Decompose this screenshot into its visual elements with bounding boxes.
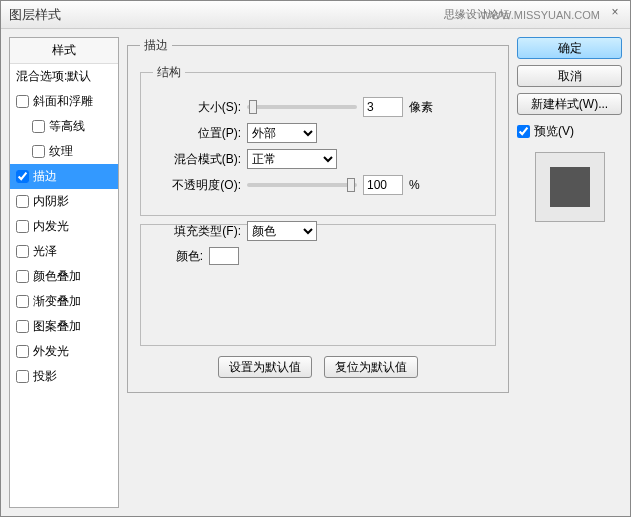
sidebar-item-label: 斜面和浮雕 [33,93,93,110]
style-checkbox[interactable] [16,195,29,208]
watermark-url: WWW.MISSYUAN.COM [480,9,600,21]
sidebar-item[interactable]: 投影 [10,364,118,389]
size-slider[interactable] [247,105,357,109]
sidebar-item[interactable]: 内阴影 [10,189,118,214]
sidebar-item[interactable]: 纹理 [10,139,118,164]
sidebar-item-label: 颜色叠加 [33,268,81,285]
position-select[interactable]: 外部 [247,123,317,143]
sidebar-item[interactable]: 斜面和浮雕 [10,89,118,114]
structure-group: 结构 大小(S): 像素 位置(P): 外部 混合模式(B): [140,64,496,216]
sidebar-item-label: 投影 [33,368,57,385]
sidebar-item[interactable]: 描边 [10,164,118,189]
sidebar-item-label: 光泽 [33,243,57,260]
sidebar-item[interactable]: 等高线 [10,114,118,139]
styles-sidebar: 样式 混合选项:默认 斜面和浮雕等高线纹理描边内阴影内发光光泽颜色叠加渐变叠加图… [9,37,119,508]
main-area: 描边 结构 大小(S): 像素 位置(P): 外部 [127,37,622,508]
style-checkbox[interactable] [16,220,29,233]
stroke-fieldset: 描边 结构 大小(S): 像素 位置(P): 外部 [127,37,509,393]
opacity-label: 不透明度(O): [153,177,241,194]
fill-label: 填充类型(F): [153,223,241,240]
sidebar-blend-label: 混合选项:默认 [16,68,91,85]
sidebar-item[interactable]: 图案叠加 [10,314,118,339]
style-checkbox[interactable] [16,345,29,358]
style-checkbox[interactable] [16,95,29,108]
preview-row: 预览(V) [517,121,622,142]
right-column: 确定 取消 新建样式(W)... 预览(V) [517,37,622,508]
color-row: 颜色: [153,247,483,265]
set-default-button[interactable]: 设置为默认值 [218,356,312,378]
size-label: 大小(S): [153,99,241,116]
preview-swatch [550,167,590,207]
size-input[interactable] [363,97,403,117]
size-unit: 像素 [409,99,433,116]
titlebar: 图层样式 思缘设计论坛 WWW.MISSYUAN.COM × [1,1,630,29]
sidebar-item-label: 内发光 [33,218,69,235]
position-label: 位置(P): [153,125,241,142]
sidebar-blend-options[interactable]: 混合选项:默认 [10,64,118,89]
sidebar-item[interactable]: 颜色叠加 [10,264,118,289]
window-title: 图层样式 [9,6,61,24]
opacity-input[interactable] [363,175,403,195]
opacity-unit: % [409,178,420,192]
style-checkbox[interactable] [16,170,29,183]
blend-select[interactable]: 正常 [247,149,337,169]
sidebar-item[interactable]: 外发光 [10,339,118,364]
preview-label: 预览(V) [534,123,574,140]
blend-row: 混合模式(B): 正常 [153,149,483,169]
slider-thumb-icon[interactable] [249,100,257,114]
reset-default-button[interactable]: 复位为默认值 [324,356,418,378]
layer-style-dialog: 图层样式 思缘设计论坛 WWW.MISSYUAN.COM × 样式 混合选项:默… [0,0,631,517]
settings-panel: 描边 结构 大小(S): 像素 位置(P): 外部 [127,37,509,508]
sidebar-item-label: 纹理 [49,143,73,160]
fill-select[interactable]: 颜色 [247,221,317,241]
sidebar-item[interactable]: 渐变叠加 [10,289,118,314]
preview-box [535,152,605,222]
close-icon[interactable]: × [606,5,624,21]
sidebar-item-label: 外发光 [33,343,69,360]
ok-button[interactable]: 确定 [517,37,622,59]
style-checkbox[interactable] [16,270,29,283]
size-row: 大小(S): 像素 [153,97,483,117]
new-style-button[interactable]: 新建样式(W)... [517,93,622,115]
sidebar-item-label: 内阴影 [33,193,69,210]
blend-label: 混合模式(B): [153,151,241,168]
style-checkbox[interactable] [16,245,29,258]
sidebar-item-label: 图案叠加 [33,318,81,335]
style-checkbox[interactable] [16,370,29,383]
dialog-body: 样式 混合选项:默认 斜面和浮雕等高线纹理描边内阴影内发光光泽颜色叠加渐变叠加图… [1,29,630,516]
button-row: 设置为默认值 复位为默认值 [140,356,496,378]
color-swatch[interactable] [209,247,239,265]
cancel-button[interactable]: 取消 [517,65,622,87]
sidebar-heading: 样式 [10,38,118,64]
fill-group: 填充类型(F): 颜色 颜色: [140,224,496,346]
sidebar-item[interactable]: 内发光 [10,214,118,239]
style-checkbox[interactable] [32,145,45,158]
sidebar-item-label: 描边 [33,168,57,185]
position-row: 位置(P): 外部 [153,123,483,143]
preview-checkbox[interactable] [517,125,530,138]
sidebar-item[interactable]: 光泽 [10,239,118,264]
style-checkbox[interactable] [16,320,29,333]
panel-title: 描边 [140,37,172,54]
slider-thumb-icon[interactable] [347,178,355,192]
opacity-row: 不透明度(O): % [153,175,483,195]
sidebar-item-label: 渐变叠加 [33,293,81,310]
structure-legend: 结构 [153,64,185,81]
color-label: 颜色: [153,248,203,265]
opacity-slider[interactable] [247,183,357,187]
style-checkbox[interactable] [32,120,45,133]
style-checkbox[interactable] [16,295,29,308]
sidebar-item-label: 等高线 [49,118,85,135]
fill-row: 填充类型(F): 颜色 [153,221,483,241]
